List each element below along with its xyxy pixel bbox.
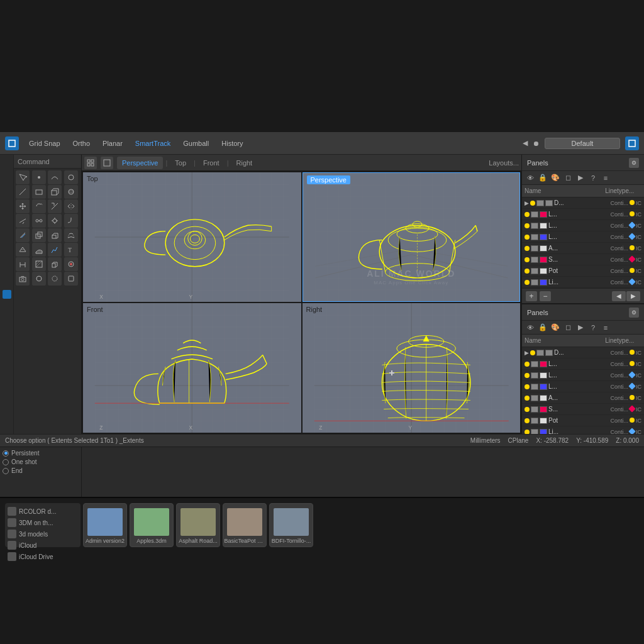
- tab-front[interactable]: Front: [198, 157, 225, 169]
- smart-track-btn[interactable]: SmartTrack: [133, 138, 173, 148]
- boolean-tool[interactable]: [32, 228, 46, 242]
- tab-right[interactable]: Right: [231, 157, 258, 169]
- analysis-tool[interactable]: [48, 243, 62, 257]
- viewport-right[interactable]: Right: [303, 303, 521, 433]
- viewport-perspective[interactable]: Perspective: [303, 172, 521, 302]
- panel-gear-btn-2[interactable]: ⚙: [629, 308, 639, 318]
- dock-file-0[interactable]: Admin version2: [83, 503, 127, 547]
- layer-row-b3[interactable]: L... Conti... IC: [522, 381, 644, 392]
- curve-tool[interactable]: [48, 170, 62, 184]
- point-tool[interactable]: [32, 170, 46, 184]
- panel-gear-btn[interactable]: ⚙: [629, 158, 639, 168]
- rotate-tool[interactable]: [32, 199, 46, 213]
- layer-row-1[interactable]: L... Conti... IC: [522, 209, 644, 220]
- fillet-tool[interactable]: [64, 214, 78, 228]
- layer-row-b0[interactable]: ▶ D... Conti... IC: [522, 347, 644, 358]
- persistent-radio[interactable]: [3, 450, 9, 457]
- nav-record-icon[interactable]: ⏺: [533, 140, 540, 147]
- layer-row-0[interactable]: ▶ D... Conti... IC: [522, 197, 644, 209]
- panel-render-icon-2[interactable]: ▶: [575, 322, 586, 333]
- layer-row-7[interactable]: Li... Conti... IC: [522, 277, 644, 288]
- layer-row-3[interactable]: L... Conti... IC: [522, 231, 644, 243]
- tab-top[interactable]: Top: [170, 157, 191, 169]
- panel-color-icon-2[interactable]: 🎨: [550, 322, 561, 333]
- layer-up-btn[interactable]: ◀: [612, 291, 626, 301]
- dock-file-3[interactable]: BasicTeaPot V5 N: [223, 503, 267, 547]
- layer-row-b6[interactable]: Pot Conti... IC: [522, 415, 644, 426]
- loft-tool[interactable]: [64, 228, 78, 242]
- dock-sidebar-item-2[interactable]: 3d models: [8, 528, 78, 540]
- default-dropdown[interactable]: Default: [545, 138, 620, 149]
- dock-file-4[interactable]: BDFI-Tornillo-...: [269, 503, 313, 547]
- text-tool[interactable]: T: [64, 243, 78, 257]
- layer-row-b2[interactable]: L... Conti... IC: [522, 370, 644, 381]
- surface-tool[interactable]: [32, 243, 46, 257]
- remove-layer-btn[interactable]: −: [540, 291, 551, 301]
- panel-mat-icon[interactable]: ◻: [562, 172, 574, 184]
- circle-tool[interactable]: [64, 170, 78, 184]
- mesh-tool[interactable]: [16, 243, 30, 257]
- viewport-front[interactable]: Front: [83, 303, 301, 433]
- render-tool[interactable]: [32, 272, 46, 286]
- panel-help-icon-2[interactable]: ?: [587, 322, 599, 333]
- panel-color-icon[interactable]: 🎨: [550, 172, 561, 184]
- dock-sidebar-item-3[interactable]: iCloud: [8, 540, 78, 551]
- layer-down-btn[interactable]: ▶: [626, 291, 640, 301]
- block-tool[interactable]: [48, 257, 62, 271]
- tab-perspective[interactable]: Perspective: [117, 157, 163, 169]
- box-tool[interactable]: [48, 185, 62, 199]
- line-tool[interactable]: [16, 185, 30, 199]
- ortho-btn[interactable]: Ortho: [70, 138, 93, 148]
- cmd-end[interactable]: End: [3, 467, 79, 474]
- viewport-top[interactable]: Top: [83, 172, 301, 302]
- panel-help-icon[interactable]: ?: [587, 172, 599, 184]
- dock-sidebar-item-4[interactable]: iCloud Drive: [8, 551, 78, 562]
- history-btn[interactable]: History: [219, 138, 245, 148]
- explode-tool[interactable]: [48, 214, 62, 228]
- offset-tool[interactable]: [16, 228, 30, 242]
- dock-file-1[interactable]: Apples.3dm: [130, 503, 174, 547]
- sphere-tool[interactable]: [64, 185, 78, 199]
- add-layer-btn[interactable]: +: [526, 291, 537, 301]
- panel-eye-icon[interactable]: 👁: [525, 172, 536, 184]
- layer-row-2[interactable]: L... Conti... IC: [522, 220, 644, 231]
- dock-sidebar-item-0[interactable]: RCOLOR d...: [8, 506, 78, 517]
- dock-file-2[interactable]: Asphalt Road...: [176, 503, 220, 547]
- scale-tool[interactable]: [48, 199, 62, 213]
- layer-row-b7[interactable]: Li... Conti... IC: [522, 426, 644, 434]
- panel-extra-icon-2[interactable]: ≡: [600, 322, 611, 333]
- layer-row-b1[interactable]: L... Conti... IC: [522, 358, 644, 370]
- gumball-btn[interactable]: Gumball: [180, 138, 211, 148]
- grid-snap-btn[interactable]: Grid Snap: [26, 138, 63, 148]
- cmd-one-shot[interactable]: One shot: [3, 458, 79, 465]
- layouts-button[interactable]: Layouts...: [489, 159, 519, 167]
- layer-row-6[interactable]: Pot Conti... IC: [522, 265, 644, 277]
- settings-tool[interactable]: [64, 272, 78, 286]
- cmd-persistent[interactable]: Persistent: [3, 450, 79, 457]
- layer-row-5[interactable]: S... Conti... IC: [522, 254, 644, 265]
- join-tool[interactable]: [32, 214, 46, 228]
- trim-tool[interactable]: [16, 214, 30, 228]
- one-shot-radio[interactable]: [3, 459, 9, 465]
- move-tool[interactable]: [16, 199, 30, 213]
- layer-row-b4[interactable]: A... Conti... IC: [522, 392, 644, 404]
- dock-sidebar-item-1[interactable]: 3DM on th...: [8, 517, 78, 528]
- rect-tool[interactable]: [32, 185, 46, 199]
- hatch-tool[interactable]: [32, 257, 46, 271]
- camera-tool[interactable]: [16, 272, 30, 286]
- record-tool[interactable]: [64, 257, 78, 271]
- panel-extra-icon[interactable]: ≡: [600, 172, 611, 184]
- end-radio[interactable]: [3, 468, 9, 474]
- extrude-tool[interactable]: [48, 228, 62, 242]
- mirror-tool[interactable]: [64, 199, 78, 213]
- panel-mat-icon-2[interactable]: ◻: [562, 322, 574, 333]
- planar-btn[interactable]: Planar: [100, 138, 125, 148]
- select-tool[interactable]: [16, 170, 30, 184]
- layer-row-4[interactable]: A... Conti... IC: [522, 243, 644, 254]
- panel-lock-icon-2[interactable]: 🔒: [537, 322, 548, 333]
- panel-render-icon[interactable]: ▶: [575, 172, 586, 184]
- panel-lock-icon[interactable]: 🔒: [537, 172, 548, 184]
- panel-tool[interactable]: [48, 272, 62, 286]
- dim-tool[interactable]: [16, 257, 30, 271]
- panel-eye-icon-2[interactable]: 👁: [525, 322, 536, 333]
